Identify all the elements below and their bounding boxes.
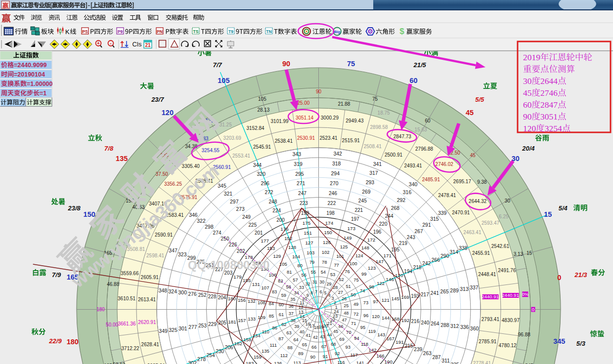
svg-text:5/3: 5/3 [576, 340, 586, 347]
svg-text:287: 287 [432, 355, 440, 360]
svg-text:49: 49 [353, 302, 358, 307]
svg-text:9: 9 [523, 112, 527, 121]
svg-text:1: 1 [553, 112, 558, 121]
svg-text:312: 312 [450, 323, 459, 329]
svg-text:318: 318 [332, 161, 341, 166]
svg-text:180: 180 [96, 307, 105, 312]
svg-text:183: 183 [246, 361, 254, 364]
svg-text:2491.76: 2491.76 [498, 268, 516, 273]
svg-text:20/4: 20/4 [522, 145, 535, 152]
svg-text:2485.91: 2485.91 [422, 177, 440, 182]
svg-text:292: 292 [397, 197, 406, 203]
svg-text:145: 145 [392, 296, 399, 301]
svg-text:174: 174 [325, 220, 334, 226]
svg-text:101: 101 [336, 253, 344, 259]
svg-text:2898.58: 2898.58 [370, 124, 389, 130]
svg-text:89: 89 [298, 351, 303, 356]
svg-text:225: 225 [248, 222, 257, 228]
svg-text:343: 343 [293, 151, 302, 157]
svg-text:Big: Big [334, 30, 341, 34]
svg-text:196: 196 [373, 229, 382, 235]
svg-text:103: 103 [306, 250, 314, 255]
svg-text:134: 134 [253, 333, 261, 338]
svg-text:98: 98 [369, 284, 374, 289]
svg-text:90: 90 [316, 89, 322, 94]
svg-text:41: 41 [306, 333, 310, 338]
svg-text:349: 349 [159, 328, 168, 334]
svg-text:112: 112 [280, 353, 288, 358]
svg-text:2: 2 [523, 52, 527, 62]
svg-text:324: 324 [169, 288, 177, 294]
svg-text:9: 9 [536, 52, 540, 62]
svg-text:2463.41: 2463.41 [463, 230, 482, 235]
svg-text:25.00: 25.00 [297, 100, 309, 106]
svg-text:153: 153 [267, 245, 275, 251]
svg-text:170: 170 [395, 273, 403, 278]
svg-text:T9: T9 [228, 29, 233, 34]
svg-text:182: 182 [234, 341, 242, 346]
svg-text:131: 131 [252, 282, 260, 287]
svg-text:23/7: 23/7 [151, 96, 164, 103]
svg-text:2613.41: 2613.41 [138, 297, 156, 302]
svg-text:129: 129 [273, 253, 281, 259]
svg-text:15: 15 [526, 250, 532, 256]
svg-text:6: 6 [319, 289, 322, 294]
svg-text:7: 7 [315, 289, 317, 294]
svg-text:106: 106 [269, 272, 277, 278]
svg-text:300: 300 [178, 289, 187, 295]
svg-text:3: 3 [523, 76, 527, 86]
svg-text:21: 21 [145, 42, 151, 48]
svg-text:4780.12: 4780.12 [499, 343, 517, 348]
svg-text:68: 68 [331, 342, 336, 347]
svg-text:338: 338 [459, 245, 468, 251]
svg-text:249: 249 [242, 214, 251, 220]
svg-text:288: 288 [440, 323, 449, 328]
svg-text:52: 52 [339, 277, 344, 282]
svg-text:191: 191 [395, 339, 404, 345]
svg-text:84: 84 [269, 301, 274, 306]
svg-text:198: 198 [326, 210, 335, 216]
svg-text:298: 298 [205, 224, 214, 230]
svg-text:25: 25 [344, 303, 349, 308]
svg-text:66: 66 [311, 345, 316, 350]
svg-text:36: 36 [289, 304, 294, 309]
svg-text:247: 247 [298, 191, 306, 196]
svg-text:228: 228 [208, 294, 217, 299]
svg-text:127: 127 [305, 240, 313, 245]
svg-text:92: 92 [335, 351, 340, 356]
svg-text:4: 4 [523, 88, 527, 98]
svg-text:2: 2 [540, 88, 545, 98]
svg-text:40: 40 [300, 329, 305, 334]
svg-text:175: 175 [303, 220, 311, 226]
svg-text:344: 344 [253, 162, 262, 168]
svg-text:320: 320 [257, 171, 266, 177]
svg-text:159: 159 [254, 354, 262, 360]
svg-text:71: 71 [351, 321, 356, 326]
svg-text:4: 4 [549, 76, 554, 86]
svg-text:215: 215 [405, 343, 413, 349]
svg-text:124: 124 [355, 253, 364, 258]
svg-text:2: 2 [540, 100, 545, 110]
svg-text:181: 181 [228, 319, 236, 324]
svg-text:150: 150 [324, 230, 333, 235]
svg-text:264: 264 [431, 321, 439, 326]
svg-text:2455.91: 2455.91 [472, 250, 490, 256]
svg-text:246: 246 [329, 191, 337, 196]
svg-text:360: 360 [470, 325, 479, 331]
svg-text:37.50: 37.50 [156, 171, 168, 177]
svg-text:148: 148 [361, 245, 369, 250]
svg-text:88: 88 [287, 345, 292, 350]
svg-text:2: 2 [527, 123, 532, 133]
svg-text:119: 119 [368, 328, 376, 334]
svg-text:3610.51: 3610.51 [118, 296, 136, 301]
svg-text:2628.41: 2628.41 [141, 342, 160, 347]
svg-text:177: 177 [261, 238, 268, 243]
svg-text:7: 7 [553, 100, 558, 110]
svg-text:3712.22: 3712.22 [122, 346, 140, 351]
svg-text:86: 86 [272, 325, 277, 330]
svg-text:27: 27 [338, 290, 343, 295]
svg-text:93: 93 [346, 344, 350, 350]
svg-text:9.38: 9.38 [477, 179, 487, 185]
svg-text:190: 190 [384, 359, 393, 364]
svg-text:QQ:100800360: QQ:100800360 [188, 258, 269, 272]
